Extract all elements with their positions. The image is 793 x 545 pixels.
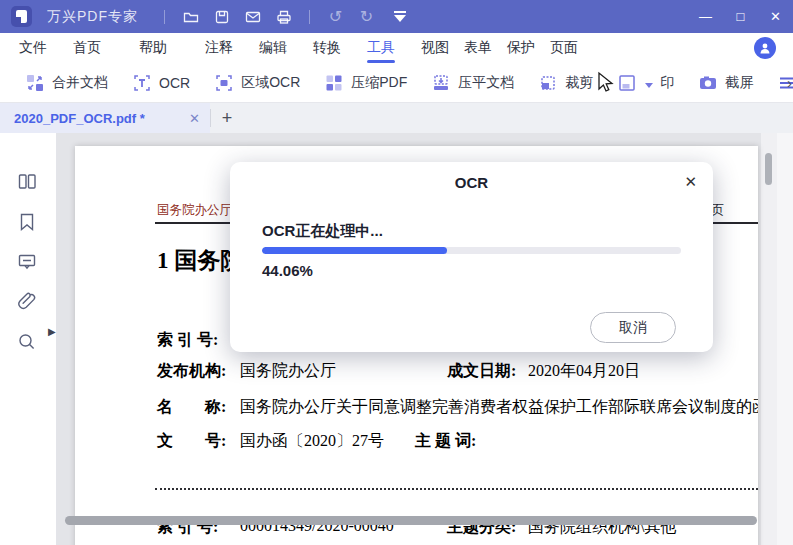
ocr-progress-bar — [262, 247, 681, 254]
canvas-right-margin — [777, 133, 793, 545]
field-value: 国务院办公厅关于同意调整完善消费者权益保护工作部际联席会议制度的函 — [240, 397, 758, 418]
field-label: 名 称: — [157, 397, 226, 418]
menubar: 文件 首页 帮助 注释 编辑 转换 工具 视图 表单 保护 页面 — [0, 33, 793, 63]
app-logo-icon — [11, 6, 32, 27]
ocr-button[interactable]: OCR — [132, 73, 190, 93]
mouse-cursor — [594, 71, 616, 95]
search-panel-button[interactable] — [16, 331, 38, 357]
close-button[interactable]: ✕ — [758, 0, 793, 33]
field-value: 国办函〔2020〕27号 — [240, 431, 384, 452]
app-title: 万兴PDF专家 — [47, 8, 138, 26]
attachments-panel-button[interactable] — [16, 291, 38, 317]
menu-annotate[interactable]: 注释 — [204, 36, 234, 60]
menu-view[interactable]: 视图 — [420, 36, 450, 60]
ocr-status-text: OCR正在处理中... — [262, 222, 383, 241]
collapse-toolbar-icon[interactable] — [394, 11, 406, 22]
field-label: 文 号: — [157, 431, 226, 452]
print-icon — [276, 9, 292, 25]
crop-icon — [538, 73, 558, 93]
toolbar-item-label: 截屏 — [725, 74, 753, 92]
menu-help[interactable]: 帮助 — [138, 36, 168, 60]
document-tab[interactable]: 2020_PDF_OCR.pdf * ✕ — [0, 103, 210, 133]
menu-form[interactable]: 表单 — [463, 36, 493, 60]
folder-icon — [183, 9, 199, 25]
menu-edit[interactable]: 编辑 — [258, 36, 288, 60]
toolbar-item-label: 压平文档 — [458, 74, 514, 92]
maximize-button[interactable]: □ — [723, 0, 758, 33]
mail-icon — [245, 9, 261, 25]
undo-icon[interactable]: ↺ — [320, 7, 351, 26]
user-avatar[interactable] — [754, 37, 776, 59]
toolbar-overflow-arrow[interactable]: › — [787, 74, 792, 91]
compress-pdf-icon — [324, 73, 344, 93]
attachment-icon — [16, 291, 38, 313]
comment-icon — [16, 251, 38, 273]
menu-protect[interactable]: 保护 — [506, 36, 536, 60]
tab-close-icon[interactable]: ✕ — [189, 111, 200, 126]
merge-icon — [25, 73, 45, 93]
merge-docs-button[interactable]: 合并文档 — [25, 73, 108, 93]
minimize-button[interactable]: — — [688, 0, 723, 33]
menu-home[interactable]: 首页 — [72, 36, 102, 60]
watermark-icon — [617, 73, 637, 93]
menu-tools[interactable]: 工具 — [366, 36, 396, 60]
left-sidebar: ▶ — [0, 133, 57, 545]
vertical-scrollbar-thumb[interactable] — [765, 153, 772, 185]
menu-page[interactable]: 页面 — [549, 36, 579, 60]
ocr-icon — [132, 73, 152, 93]
menu-convert[interactable]: 转换 — [312, 36, 342, 60]
titlebar-divider — [164, 10, 165, 24]
ocr-progress-fill — [262, 247, 447, 254]
chevron-down-icon[interactable] — [645, 83, 653, 88]
person-icon — [758, 41, 772, 55]
toolbar-item-label: 合并文档 — [52, 74, 108, 92]
search-icon — [16, 331, 38, 353]
compress-pdf-button[interactable]: 压缩PDF — [324, 73, 407, 93]
thumbnails-icon — [16, 171, 38, 193]
toolbar-item-label: 印 — [660, 74, 674, 92]
save-button[interactable] — [206, 0, 237, 33]
flatten-doc-button[interactable]: 压平文档 — [431, 73, 514, 93]
screenshot-button[interactable]: 截屏 — [698, 73, 753, 93]
dialog-close-icon[interactable]: ✕ — [684, 173, 697, 191]
titlebar: 万兴PDF专家 ↺ ↻ — □ ✕ — [0, 0, 793, 33]
ocr-dialog: OCR ✕ OCR正在处理中... 44.06% 取消 — [230, 162, 713, 352]
cancel-button[interactable]: 取消 — [590, 312, 676, 343]
crop-button[interactable]: 裁剪 — [538, 73, 593, 93]
vertical-scrollbar-track[interactable] — [761, 133, 777, 545]
toolbar-item-label: 区域OCR — [241, 74, 300, 92]
redo-icon[interactable]: ↻ — [351, 7, 382, 26]
field-value: 2020年04月20日 — [528, 361, 640, 382]
thumbnails-panel-button[interactable] — [16, 171, 38, 197]
screenshot-icon — [698, 73, 718, 93]
comments-panel-button[interactable] — [16, 251, 38, 277]
ocr-progress-percent: 44.06% — [262, 262, 313, 279]
menu-file[interactable]: 文件 — [18, 36, 48, 60]
titlebar-divider — [309, 10, 310, 24]
sidebar-expand-icon[interactable]: ▶ — [48, 326, 56, 337]
new-tab-button[interactable]: + — [211, 103, 243, 133]
watermark-button[interactable]: 印 — [617, 73, 674, 93]
field-label: 成文日期: — [447, 361, 516, 382]
tools-toolbar: 合并文档 OCR 区域OCR 压缩PDF 压平文档 裁剪 印 截屏 更多 › — [0, 63, 793, 103]
email-button[interactable] — [237, 0, 268, 33]
document-tabbar: 2020_PDF_OCR.pdf * ✕ + — [0, 103, 793, 133]
toolbar-item-label: 压缩PDF — [351, 74, 407, 92]
print-button[interactable] — [268, 0, 299, 33]
dotted-divider — [155, 488, 758, 490]
flatten-doc-icon — [431, 73, 451, 93]
dialog-title: OCR — [230, 162, 713, 191]
toolbar-item-label: OCR — [159, 75, 190, 91]
area-ocr-icon — [214, 73, 234, 93]
toolbar-item-label: 裁剪 — [565, 74, 593, 92]
open-file-button[interactable] — [175, 0, 206, 33]
field-value: 国务院办公厅 — [240, 361, 336, 382]
field-label: 发布机构: — [157, 361, 226, 382]
bookmarks-panel-button[interactable] — [16, 211, 38, 237]
area-ocr-button[interactable]: 区域OCR — [214, 73, 300, 93]
bookmark-icon — [16, 211, 38, 233]
tab-title: 2020_PDF_OCR.pdf * — [14, 111, 189, 126]
field-label: 主 题 词: — [415, 431, 476, 452]
horizontal-scrollbar-thumb[interactable] — [65, 516, 757, 525]
field-label: 索 引 号: — [157, 330, 218, 351]
